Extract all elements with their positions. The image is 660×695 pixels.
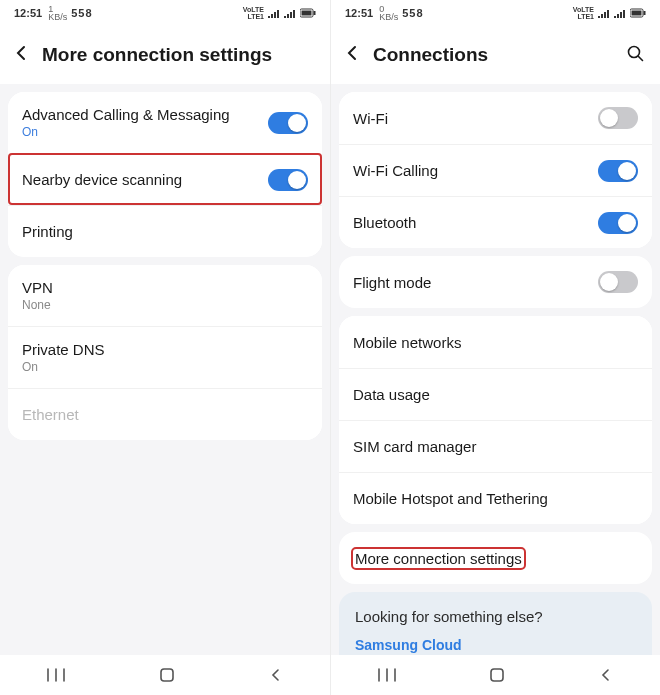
nav-bar bbox=[0, 655, 330, 695]
back-button[interactable] bbox=[343, 45, 363, 65]
row-mobile-networks[interactable]: Mobile networks bbox=[339, 316, 652, 368]
status-extra: 558 bbox=[402, 7, 423, 19]
phone-right: 12:51 0KB/s 558 VoLTELTE1 Connections Wi… bbox=[330, 0, 660, 695]
toggle-bluetooth[interactable] bbox=[598, 212, 638, 234]
nav-bar bbox=[331, 655, 660, 695]
nav-back[interactable] bbox=[269, 668, 283, 682]
suggestion-link-samsung-cloud[interactable]: Samsung Cloud bbox=[355, 637, 636, 653]
row-printing[interactable]: Printing bbox=[8, 205, 322, 257]
signal-icon bbox=[598, 8, 610, 18]
toggle-wifi-calling[interactable] bbox=[598, 160, 638, 182]
svg-rect-5 bbox=[632, 11, 642, 16]
screen-header: More connection settings bbox=[0, 26, 330, 84]
row-mobile-hotspot[interactable]: Mobile Hotspot and Tethering bbox=[339, 472, 652, 524]
status-time: 12:51 bbox=[345, 7, 373, 19]
phone-left: 12:51 1KB/s 558 VoLTELTE1 More connectio… bbox=[0, 0, 330, 695]
row-sim-card-manager[interactable]: SIM card manager bbox=[339, 420, 652, 472]
row-title: SIM card manager bbox=[353, 438, 476, 455]
svg-rect-6 bbox=[644, 11, 646, 15]
screen-header: Connections bbox=[331, 26, 660, 84]
nav-back[interactable] bbox=[599, 668, 613, 682]
nav-home[interactable] bbox=[159, 667, 175, 683]
row-data-usage[interactable]: Data usage bbox=[339, 368, 652, 420]
signal-icon-2 bbox=[614, 8, 626, 18]
svg-rect-2 bbox=[314, 11, 316, 15]
row-title: Private DNS bbox=[22, 341, 105, 358]
status-bar: 12:51 1KB/s 558 VoLTELTE1 bbox=[0, 0, 330, 26]
search-icon bbox=[626, 44, 644, 62]
row-title: Wi-Fi Calling bbox=[353, 162, 438, 179]
status-icons: VoLTELTE1 bbox=[243, 6, 316, 20]
row-title: Data usage bbox=[353, 386, 430, 403]
page-title: More connection settings bbox=[42, 44, 316, 66]
signal-icon bbox=[268, 8, 280, 18]
back-icon bbox=[269, 668, 283, 682]
row-title: Nearby device scanning bbox=[22, 171, 182, 188]
settings-group: Wi-Fi Wi-Fi Calling Bluetooth bbox=[339, 92, 652, 248]
recents-icon bbox=[47, 668, 65, 682]
suggestion-heading: Looking for something else? bbox=[355, 608, 636, 625]
settings-group: Flight mode bbox=[339, 256, 652, 308]
row-ethernet: Ethernet bbox=[8, 388, 322, 440]
row-wifi-calling[interactable]: Wi-Fi Calling bbox=[339, 144, 652, 196]
row-more-connection-settings[interactable]: More connection settings bbox=[339, 532, 652, 584]
suggestion-card: Looking for something else? Samsung Clou… bbox=[339, 592, 652, 655]
svg-rect-8 bbox=[491, 669, 503, 681]
row-title: More connection settings bbox=[353, 549, 524, 568]
search-button[interactable] bbox=[624, 44, 646, 66]
row-title: VPN bbox=[22, 279, 53, 296]
row-subtitle: On bbox=[22, 125, 230, 139]
back-icon bbox=[599, 668, 613, 682]
settings-group: VPN None Private DNS On Ethernet bbox=[8, 265, 322, 440]
status-icons: VoLTELTE1 bbox=[573, 6, 646, 20]
recents-icon bbox=[378, 668, 396, 682]
row-flight-mode[interactable]: Flight mode bbox=[339, 256, 652, 308]
row-title: Mobile networks bbox=[353, 334, 461, 351]
settings-group: Advanced Calling & Messaging On Nearby d… bbox=[8, 92, 322, 257]
svg-point-7 bbox=[629, 47, 640, 58]
nav-recents[interactable] bbox=[378, 668, 396, 682]
svg-rect-3 bbox=[161, 669, 173, 681]
row-title: Ethernet bbox=[22, 406, 79, 423]
row-title: Wi-Fi bbox=[353, 110, 388, 127]
nav-home[interactable] bbox=[489, 667, 505, 683]
row-title: Advanced Calling & Messaging bbox=[22, 106, 230, 123]
row-title: Flight mode bbox=[353, 274, 431, 291]
toggle-wifi[interactable] bbox=[598, 107, 638, 129]
row-title: Mobile Hotspot and Tethering bbox=[353, 490, 548, 507]
page-title: Connections bbox=[373, 44, 614, 66]
status-bar: 12:51 0KB/s 558 VoLTELTE1 bbox=[331, 0, 660, 26]
status-time: 12:51 bbox=[14, 7, 42, 19]
chevron-left-icon bbox=[345, 45, 361, 61]
toggle-advanced-calling[interactable] bbox=[268, 112, 308, 134]
home-icon bbox=[489, 667, 505, 683]
battery-icon bbox=[300, 8, 316, 18]
row-private-dns[interactable]: Private DNS On bbox=[8, 326, 322, 388]
row-wifi[interactable]: Wi-Fi bbox=[339, 92, 652, 144]
signal-icon-2 bbox=[284, 8, 296, 18]
row-subtitle: None bbox=[22, 298, 53, 312]
back-button[interactable] bbox=[12, 45, 32, 65]
status-extra: 558 bbox=[71, 7, 92, 19]
row-bluetooth[interactable]: Bluetooth bbox=[339, 196, 652, 248]
settings-group: More connection settings bbox=[339, 532, 652, 584]
settings-group: Mobile networks Data usage SIM card mana… bbox=[339, 316, 652, 524]
toggle-flight-mode[interactable] bbox=[598, 271, 638, 293]
home-icon bbox=[159, 667, 175, 683]
row-title: Bluetooth bbox=[353, 214, 416, 231]
row-subtitle: On bbox=[22, 360, 105, 374]
row-title: Printing bbox=[22, 223, 73, 240]
toggle-nearby-device-scanning[interactable] bbox=[268, 169, 308, 191]
row-nearby-device-scanning[interactable]: Nearby device scanning bbox=[8, 153, 322, 205]
svg-rect-1 bbox=[302, 11, 312, 16]
nav-recents[interactable] bbox=[47, 668, 65, 682]
row-vpn[interactable]: VPN None bbox=[8, 265, 322, 326]
chevron-left-icon bbox=[14, 45, 30, 61]
battery-icon bbox=[630, 8, 646, 18]
row-advanced-calling[interactable]: Advanced Calling & Messaging On bbox=[8, 92, 322, 153]
